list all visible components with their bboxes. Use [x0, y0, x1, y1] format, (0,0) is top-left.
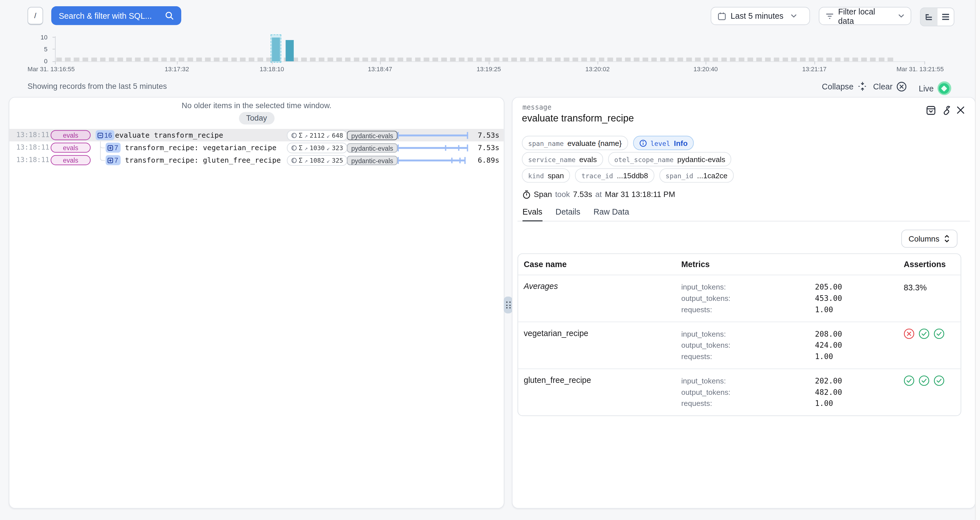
attribute-chip-span-id[interactable]: span_id ...1ca2ce	[659, 168, 733, 183]
output-tokens: 323	[332, 145, 343, 151]
x-label-8: Mar 31. 13:21:55	[897, 65, 944, 72]
filter-label: Filter local data	[838, 6, 891, 25]
field-label: message	[523, 103, 552, 112]
copy-link-icon[interactable]	[941, 105, 950, 115]
span-title: evaluate transform_recipe	[522, 113, 634, 124]
list-view-button[interactable]	[937, 8, 954, 26]
token-usage-chip: Σ ↗2112 ↙648	[287, 130, 348, 140]
x-label-5: 13:20:02	[585, 65, 610, 72]
slash-shortcut-key: /	[27, 7, 43, 25]
empty-notice: No older items in the selected time wind…	[10, 101, 504, 110]
filter-local-data-select[interactable]: Filter local data	[819, 7, 911, 25]
live-toggle[interactable]: Live	[919, 81, 951, 95]
stopwatch-icon	[523, 190, 531, 199]
span-word: Span	[534, 190, 552, 199]
collapse-children-badge[interactable]: 16	[95, 130, 115, 140]
case-name: gluten_free_recipe	[524, 375, 681, 409]
row-timestamp: 13:18:11	[16, 144, 49, 152]
chevron-down-icon	[898, 14, 904, 18]
clear-circle-x-icon	[896, 81, 907, 92]
assertion-pass-icon[interactable]	[904, 375, 914, 386]
trace-row-2[interactable]: 13:18:11 evals 7 transform_recipe: veget…	[10, 141, 504, 154]
duration-text: 7.53s	[478, 131, 500, 140]
input-tokens: 1082	[310, 157, 325, 164]
service-badge[interactable]: evals	[51, 143, 91, 153]
clear-button[interactable]: Clear	[873, 81, 907, 92]
attribute-chip-span-name[interactable]: span_name evaluate {name}	[522, 136, 628, 150]
showing-records-text: Showing records from the last 5 minutes	[27, 82, 167, 91]
attribute-chip-trace-id[interactable]: trace_id ...15ddb8	[575, 168, 654, 183]
coin-icon	[291, 158, 297, 163]
span-detail-panel: message evaluate transform_recipe span_n…	[512, 97, 975, 509]
service-badge[interactable]: evals	[51, 155, 91, 165]
assertion-pass-icon[interactable]	[934, 329, 944, 339]
attribute-chip-kind[interactable]: kind span	[522, 168, 570, 183]
service-badge[interactable]: evals	[51, 130, 91, 140]
tab-details[interactable]: Details	[555, 207, 581, 221]
y-tick-10: 10	[37, 34, 47, 41]
header-case-name: Case name	[524, 260, 681, 269]
detail-tabs: Evals Details Raw Data	[517, 207, 970, 222]
duration-bar	[398, 134, 468, 137]
time-range-label: Last 5 minutes	[731, 11, 783, 21]
metric-value: 453.00	[815, 294, 904, 303]
dock-panel-icon[interactable]	[926, 105, 935, 115]
input-arrow-icon: ↗	[304, 145, 308, 151]
eval-row-vegetarian-recipe[interactable]: vegetarian_recipe input_tokens:208.00 ou…	[518, 322, 961, 368]
output-arrow-icon: ↙	[327, 145, 330, 151]
coin-icon	[291, 145, 297, 151]
live-indicator-icon	[937, 81, 951, 95]
span-timestamp: Mar 31 13:18:11 PM	[605, 190, 675, 199]
trace-row-1[interactable]: 13:18:11 evals 16 evaluate transform_rec…	[10, 129, 504, 141]
live-label: Live	[919, 83, 934, 93]
duration-bar	[398, 160, 466, 161]
metric-value: 1.00	[815, 305, 904, 314]
expand-children-badge[interactable]: 7	[105, 143, 121, 153]
assertion-pass-icon[interactable]	[934, 375, 944, 386]
collapse-button[interactable]: Collapse	[822, 81, 867, 91]
scrollbar-track[interactable]	[975, 0, 980, 520]
output-tokens: 325	[332, 157, 343, 164]
time-range-select[interactable]: Last 5 minutes	[711, 7, 810, 25]
header-metrics: Metrics	[681, 260, 904, 269]
y-tick-0: 0	[37, 57, 47, 64]
attribute-chip-level[interactable]: level Info	[633, 136, 694, 150]
x-axis-line	[55, 61, 925, 62]
app-root: / Search & filter with SQL... Last 5 min…	[0, 0, 980, 520]
columns-button[interactable]: Columns	[901, 230, 958, 248]
attribute-chip-otel-scope-name[interactable]: otel_scope_name pydantic-evals	[608, 152, 731, 167]
assertion-fail-icon[interactable]	[904, 329, 914, 339]
eval-row-averages[interactable]: Averages input_tokens:205.00 output_toke…	[518, 275, 961, 322]
x-label-3: 13:18:47	[368, 65, 392, 72]
close-icon[interactable]	[956, 105, 965, 115]
scope-tag: pydantic-evals	[347, 131, 398, 140]
eval-row-gluten-free-recipe[interactable]: gluten_free_recipe input_tokens:202.00 o…	[518, 368, 961, 415]
panel-resize-handle[interactable]	[504, 297, 512, 314]
records-histogram[interactable]: 10 5 0 Mar 31. 13:16:55 13:17:32 13:18:1…	[0, 31, 980, 77]
collapse-label: Collapse	[822, 82, 854, 91]
expand-children-badge[interactable]: 7	[105, 155, 121, 165]
span-message: evaluate transform_recipe	[115, 131, 223, 140]
span-duration-value: 7.53s	[573, 190, 592, 199]
today-pill[interactable]: Today	[239, 112, 275, 124]
tab-raw-data[interactable]: Raw Data	[593, 207, 629, 221]
scope-tag: pydantic-evals	[347, 144, 398, 153]
metric-value: 424.00	[815, 341, 904, 350]
tree-view-button[interactable]	[921, 8, 937, 26]
row-timestamp: 13:18:11	[16, 156, 49, 164]
child-count: 7	[114, 156, 118, 164]
search-icon	[165, 11, 174, 20]
assertion-pass-icon[interactable]	[919, 329, 929, 339]
histogram-bar-2[interactable]	[286, 40, 294, 61]
assertion-pass-icon[interactable]	[919, 375, 929, 386]
trace-row-3[interactable]: 13:18:11 evals 7 transform_recipe: glute…	[10, 154, 504, 166]
child-count: 16	[104, 131, 112, 139]
histogram-selection-overlay	[270, 34, 281, 62]
attribute-chip-service-name[interactable]: service_name evals	[522, 152, 603, 167]
list-view-icon	[941, 13, 950, 21]
search-button[interactable]: Search & filter with SQL...	[51, 6, 181, 25]
tab-evals[interactable]: Evals	[523, 207, 542, 222]
metric-value: 1.00	[815, 352, 904, 361]
plus-box-icon	[107, 157, 113, 163]
sigma-glyph: Σ	[299, 132, 302, 139]
